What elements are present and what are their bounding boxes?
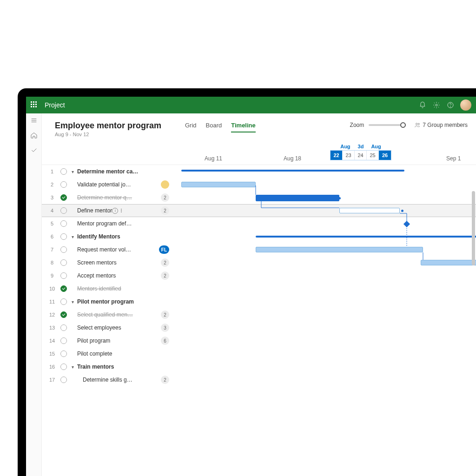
- user-avatar[interactable]: [460, 99, 471, 111]
- date-box-26[interactable]: 26: [379, 151, 391, 160]
- gantt-cell[interactable]: [172, 256, 476, 269]
- task-row[interactable]: 2Validate potential jo…: [42, 178, 476, 191]
- gantt-cell[interactable]: [172, 334, 476, 347]
- task-name[interactable]: Select qualified men…: [77, 311, 133, 318]
- task-name[interactable]: Mentors identified: [77, 285, 121, 292]
- gantt-cell[interactable]: [172, 321, 476, 334]
- gantt-cell[interactable]: [172, 191, 476, 204]
- gantt-cell[interactable]: [172, 295, 476, 308]
- status-circle-icon[interactable]: [60, 298, 67, 305]
- task-name[interactable]: Request mentor vol…: [77, 246, 131, 253]
- status-circle-icon[interactable]: [60, 285, 67, 292]
- status-circle-icon[interactable]: [60, 324, 67, 331]
- date-box-25[interactable]: 25: [367, 151, 379, 160]
- bell-icon[interactable]: [416, 101, 430, 109]
- status-circle-icon[interactable]: [60, 272, 67, 279]
- vertical-scrollbar[interactable]: [472, 191, 475, 476]
- hamburger-icon[interactable]: [30, 116, 38, 125]
- gantt-cell[interactable]: [172, 282, 476, 295]
- gantt-cell[interactable]: [172, 165, 476, 178]
- zoom-slider[interactable]: [369, 124, 406, 126]
- status-circle-icon[interactable]: [60, 259, 67, 266]
- task-row[interactable]: 14Pilot program6: [42, 334, 476, 347]
- status-circle-icon[interactable]: [60, 350, 67, 357]
- task-name[interactable]: Mentor program def…: [77, 220, 132, 227]
- status-circle-icon[interactable]: [60, 377, 67, 383]
- time-axis: Aug 11 Aug 18 Sep 1 Aug 3d Aug 22 23: [172, 146, 476, 165]
- more-icon[interactable]: [118, 209, 125, 212]
- chevron-down-icon[interactable]: ▾: [72, 299, 76, 304]
- status-circle-icon[interactable]: [60, 311, 67, 318]
- task-name[interactable]: Train mentors: [77, 364, 114, 370]
- status-circle-icon[interactable]: [60, 194, 67, 201]
- info-icon[interactable]: i: [112, 208, 118, 214]
- status-circle-icon[interactable]: [60, 233, 67, 240]
- task-name[interactable]: Identify Mentors: [77, 233, 120, 240]
- task-row[interactable]: 9Accept mentors2: [42, 269, 476, 282]
- gantt-cell[interactable]: [172, 217, 476, 230]
- status-circle-icon[interactable]: [60, 337, 67, 344]
- chevron-down-icon[interactable]: ▾: [72, 364, 76, 370]
- status-circle-icon[interactable]: [60, 207, 67, 214]
- task-name[interactable]: Pilot program: [77, 337, 110, 344]
- chevron-down-icon[interactable]: ▾: [72, 169, 76, 174]
- gantt-cell[interactable]: [172, 360, 476, 373]
- gantt-cell[interactable]: [172, 347, 476, 360]
- task-row[interactable]: 7Request mentor vol…FL: [42, 243, 476, 256]
- task-row[interactable]: 17Determine skills g…2: [42, 373, 476, 386]
- gantt-cell[interactable]: [172, 230, 476, 243]
- gantt-cell[interactable]: [172, 373, 476, 386]
- task-name[interactable]: Select employees: [77, 324, 121, 331]
- date-box-22[interactable]: 22: [331, 151, 343, 160]
- gantt-cell[interactable]: [172, 178, 476, 191]
- task-name[interactable]: Pilot complete: [77, 350, 112, 357]
- gantt-cell[interactable]: [172, 205, 476, 217]
- assignee-avatar[interactable]: [161, 180, 169, 189]
- gantt-cell[interactable]: [172, 269, 476, 282]
- gantt-cell[interactable]: [172, 308, 476, 321]
- task-row[interactable]: 8Screen mentors2: [42, 256, 476, 269]
- chevron-down-icon[interactable]: ▾: [72, 234, 76, 239]
- date-box-23[interactable]: 23: [343, 151, 355, 160]
- axis-aug11: Aug 11: [205, 155, 222, 162]
- task-row[interactable]: 12Select qualified men…2: [42, 308, 476, 321]
- task-name[interactable]: Determine mentor ca…: [77, 168, 138, 175]
- task-row[interactable]: 6▾Identify Mentors: [42, 230, 476, 243]
- task-row[interactable]: 13Select employees3: [42, 321, 476, 334]
- status-circle-icon[interactable]: [60, 364, 67, 370]
- task-row[interactable]: 4Define mentori2: [42, 204, 476, 217]
- task-row[interactable]: 1▾Determine mentor ca…: [42, 165, 476, 178]
- help-icon[interactable]: [443, 101, 457, 109]
- task-name[interactable]: Validate potential jo…: [77, 181, 131, 188]
- status-circle-icon[interactable]: [60, 181, 67, 188]
- task-row[interactable]: 15Pilot complete: [42, 347, 476, 360]
- status-circle-icon[interactable]: [60, 168, 67, 175]
- task-name[interactable]: Accept mentors: [77, 272, 116, 279]
- row-number: 13: [46, 325, 59, 331]
- task-row[interactable]: 10Mentors identified: [42, 282, 476, 295]
- row-number: 9: [46, 273, 59, 278]
- date-range-selector[interactable]: Aug 3d Aug 22 23 24 25 26: [330, 144, 391, 160]
- task-row[interactable]: 16▾Train mentors: [42, 360, 476, 373]
- status-circle-icon[interactable]: [60, 220, 67, 227]
- row-number: 11: [46, 299, 59, 304]
- home-icon[interactable]: [30, 131, 38, 139]
- task-name[interactable]: Pilot mentor program: [77, 298, 134, 305]
- tab-grid[interactable]: Grid: [185, 122, 197, 132]
- task-row[interactable]: 11▾Pilot mentor program: [42, 295, 476, 308]
- task-name[interactable]: Define mentor: [77, 207, 112, 214]
- date-box-24[interactable]: 24: [355, 151, 367, 160]
- task-name[interactable]: Determine skills g…: [83, 377, 132, 383]
- task-name[interactable]: Screen mentors: [77, 259, 117, 266]
- group-members-button[interactable]: 7 Group members: [414, 122, 468, 128]
- app-launcher-icon[interactable]: [31, 101, 38, 109]
- gear-icon[interactable]: [430, 101, 443, 109]
- status-circle-icon[interactable]: [60, 246, 67, 253]
- task-row[interactable]: 3Determine mentor q…2: [42, 191, 476, 204]
- gantt-cell[interactable]: [172, 243, 476, 256]
- task-row[interactable]: 5Mentor program def…: [42, 217, 476, 230]
- check-icon[interactable]: [30, 146, 38, 154]
- tab-board[interactable]: Board: [206, 122, 222, 132]
- tab-timeline[interactable]: Timeline: [231, 122, 256, 132]
- task-name[interactable]: Determine mentor q…: [77, 194, 132, 201]
